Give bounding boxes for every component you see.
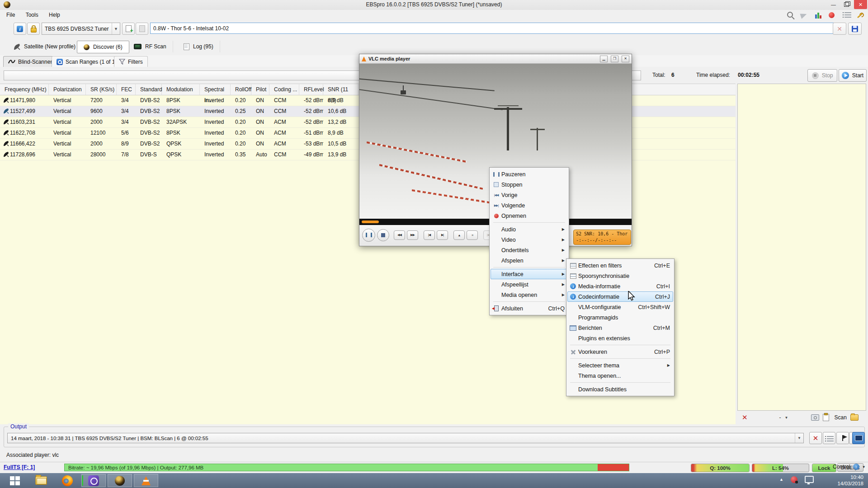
search-icon[interactable]: [787, 11, 794, 19]
taskbar-explorer[interactable]: [29, 474, 53, 487]
slower-button[interactable]: ◀◀: [394, 230, 405, 240]
lock-button[interactable]: [27, 23, 40, 35]
send-icon[interactable]: [801, 11, 808, 19]
tools-icon[interactable]: [857, 11, 864, 19]
tab-rf-scan[interactable]: RF Scan: [127, 41, 173, 52]
menu-item-volgende[interactable]: ▶▶|Volgende: [491, 200, 568, 211]
menu-item-selecteer-thema[interactable]: Selecteer thema▶: [567, 360, 673, 371]
menu-tools[interactable]: Tools: [21, 10, 43, 20]
subtab-blind-scanner[interactable]: Blind-Scanner: [3, 56, 57, 67]
column-header-sr-ks-s[interactable]: SR (KS/s): [86, 84, 117, 95]
output-monitor-button[interactable]: [852, 432, 865, 444]
menu-item-voorkeuren[interactable]: VoorkeurenCtrl+P: [567, 347, 673, 357]
restore-button[interactable]: [840, 0, 853, 9]
tray-network-icon[interactable]: [805, 476, 814, 483]
snapshot-icon[interactable]: [811, 414, 819, 421]
menu-item-stoppen[interactable]: Stoppen: [491, 179, 568, 190]
close-button[interactable]: ✕: [854, 0, 867, 9]
clear-target-button[interactable]: ✕: [833, 23, 846, 35]
tab-discover[interactable]: Discover (6): [77, 41, 129, 53]
taskbar-vlc[interactable]: [134, 474, 158, 487]
column-header-fec[interactable]: FEC: [117, 84, 136, 95]
fullts-link[interactable]: FullTS [F: 1]: [4, 464, 35, 470]
tray-red-icon[interactable]: [791, 476, 797, 483]
seek-position[interactable]: [362, 221, 379, 223]
tab-satellite[interactable]: Satellite (New profile): [7, 41, 82, 52]
output-combobox[interactable]: 14 maart, 2018 - 10:38 31 | TBS 6925 DVB…: [7, 433, 804, 443]
chart-icon[interactable]: [815, 11, 822, 19]
menu-item-codecinformatie[interactable]: CodecinformatieCtrl+J: [567, 291, 673, 302]
menu-item-media-openen[interactable]: Media openen▶: [491, 290, 568, 300]
taskbar-clock[interactable]: 10:40 14/03/2018: [837, 474, 863, 487]
column-header-pilot[interactable]: Pilot: [251, 84, 269, 95]
menu-item-afspeellijst[interactable]: Afspeellijst▶: [491, 279, 568, 290]
taskbar-ebspro[interactable]: [108, 474, 132, 487]
menu-item-media-informatie[interactable]: Media-informatieCtrl+I: [567, 281, 673, 291]
info-button[interactable]: i: [14, 23, 26, 35]
start-button[interactable]: Start: [839, 69, 867, 82]
stop-button[interactable]: [377, 229, 389, 241]
column-header-rflevel[interactable]: RFLevel: [299, 84, 323, 95]
target-input[interactable]: [150, 23, 835, 34]
list-icon[interactable]: [843, 11, 850, 19]
faster-button[interactable]: ▶▶: [407, 230, 418, 240]
menu-item-vorige[interactable]: |◀◀Vorige: [491, 190, 568, 200]
playlist-button[interactable]: ≡: [467, 230, 478, 240]
tuner-select[interactable]: TBS 6925 DVBS/S2 Tuner ▼: [42, 23, 120, 35]
menu-item-programmagids[interactable]: Programmagids: [567, 312, 673, 323]
subtab-filters[interactable]: Filters: [114, 56, 148, 67]
column-header-rolloff[interactable]: RollOff: [231, 84, 251, 95]
menu-item-vlm-configuratie[interactable]: VLM-configuratieCtrl+Shift+W: [567, 302, 673, 312]
chevron-down-icon[interactable]: ▼: [795, 433, 803, 443]
menu-item-ondertitels[interactable]: Ondertitels▶: [491, 245, 568, 255]
column-header-standard[interactable]: Standard: [136, 84, 162, 95]
folder-scan-icon[interactable]: [850, 414, 859, 421]
menu-item-thema-openen[interactable]: Thema openen...: [567, 371, 673, 381]
clear-panel-icon[interactable]: ✕: [742, 413, 748, 422]
menu-item-effecten-en-filters[interactable]: Effecten en filtersCtrl+E: [567, 260, 673, 271]
vlc-maximize-button[interactable]: ❒: [611, 56, 618, 62]
eject-button[interactable]: ▲: [453, 230, 465, 240]
column-header-spectral-in[interactable]: Spectral in...: [200, 84, 231, 95]
taskbar-firefox[interactable]: [55, 474, 80, 487]
menu-item-plugins-en-extensies[interactable]: Plugins en extensies: [567, 333, 673, 343]
previous-button[interactable]: |◀: [424, 230, 435, 240]
minimize-button[interactable]: —: [827, 0, 840, 9]
record-icon[interactable]: [829, 11, 836, 19]
output-clear-button[interactable]: ✕: [809, 432, 822, 444]
menu-help[interactable]: Help: [44, 10, 65, 20]
menu-item-berichten[interactable]: BerichtenCtrl+M: [567, 323, 673, 333]
clipboard-icon[interactable]: [823, 414, 829, 421]
column-header-polarization[interactable]: Polarization: [49, 84, 86, 95]
output-flag-button[interactable]: [836, 432, 849, 444]
column-header-frequency-mhz[interactable]: Frequency (MHz): [0, 84, 49, 95]
menu-item-spoorsynchronisatie[interactable]: Spoorsynchronisatie: [567, 271, 673, 281]
copy-profile-button[interactable]: [136, 23, 148, 35]
subtab-scan-ranges[interactable]: Scan Ranges (1 of 1): [52, 56, 122, 67]
taskbar-video-app[interactable]: [81, 474, 106, 487]
menu-item-afsluiten[interactable]: AfsluitenCtrl+Q: [491, 303, 568, 314]
pause-button[interactable]: [362, 229, 375, 242]
vlc-titlebar[interactable]: VLC media player ▁ ❒ ✕: [359, 54, 632, 64]
output-list-button[interactable]: [823, 432, 835, 444]
next-button[interactable]: ▶|: [437, 230, 448, 240]
menu-item-interface[interactable]: Interface▶: [491, 269, 568, 279]
add-profile-button[interactable]: [122, 23, 135, 35]
start-button[interactable]: [3, 474, 27, 487]
column-header-modulation[interactable]: Modulation: [162, 84, 200, 95]
column-header-snr-11-db[interactable]: SNR (11 dB): [323, 84, 359, 95]
vlc-close-button[interactable]: ✕: [622, 56, 629, 62]
menu-file[interactable]: File: [2, 10, 19, 20]
menu-item-audio[interactable]: Audio▶: [491, 224, 568, 235]
panel-chevron-icon[interactable]: ▼: [785, 416, 788, 420]
menu-item-opnemen[interactable]: Opnemen: [491, 211, 568, 221]
vlc-minimize-button[interactable]: ▁: [600, 56, 608, 62]
control-area[interactable]: Control ↕ ▼: [833, 464, 866, 470]
stop-button[interactable]: Stop: [807, 69, 837, 82]
column-header-coding[interactable]: Coding ...: [269, 84, 299, 95]
menu-item-download-subtitles[interactable]: Download Subtitles: [567, 384, 673, 394]
menu-item-afspelen[interactable]: Afspelen▶: [491, 255, 568, 266]
tab-log[interactable]: Log (95): [177, 41, 220, 52]
menu-item-video[interactable]: Video▶: [491, 235, 568, 245]
save-button[interactable]: [848, 23, 862, 35]
